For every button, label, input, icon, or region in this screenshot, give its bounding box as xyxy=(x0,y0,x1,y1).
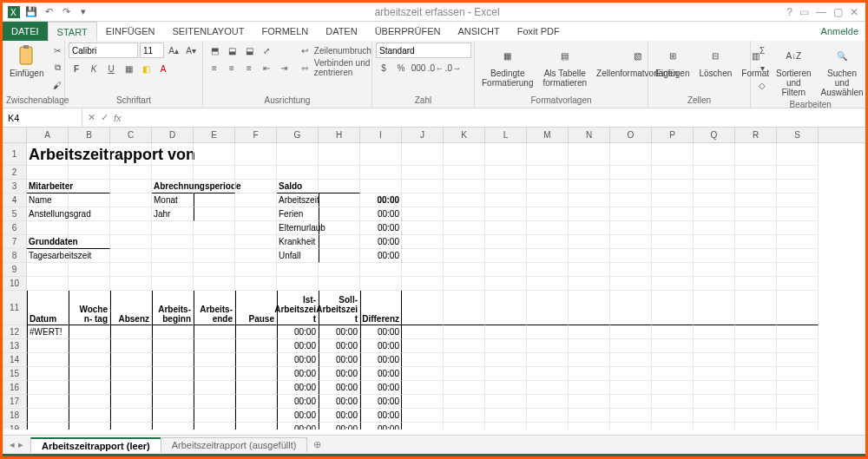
column-header[interactable]: D xyxy=(152,128,194,142)
cell[interactable] xyxy=(194,207,235,221)
column-header[interactable]: J xyxy=(402,128,444,142)
cell[interactable] xyxy=(235,423,277,429)
cell[interactable] xyxy=(277,263,319,277)
cell[interactable] xyxy=(527,395,569,409)
cell[interactable] xyxy=(152,325,194,339)
cell[interactable] xyxy=(735,395,777,409)
row-header[interactable]: 10 xyxy=(3,277,27,291)
cell[interactable] xyxy=(485,193,527,207)
cell[interactable]: Abrechnungsperiode xyxy=(152,180,194,193)
cell[interactable] xyxy=(194,353,235,367)
cell[interactable] xyxy=(444,381,485,395)
cell[interactable]: Monat xyxy=(152,193,194,207)
cell[interactable] xyxy=(69,263,110,277)
font-name-select[interactable]: Calibri xyxy=(69,43,138,58)
cell[interactable] xyxy=(735,263,777,277)
column-header[interactable]: C xyxy=(110,128,152,142)
percent-icon[interactable]: % xyxy=(393,60,409,75)
cell[interactable] xyxy=(110,409,152,423)
column-header[interactable]: O xyxy=(610,128,652,142)
row-header[interactable]: 14 xyxy=(3,353,27,367)
cell[interactable] xyxy=(235,353,277,367)
column-header[interactable]: I xyxy=(360,128,402,142)
font-size-select[interactable]: 11 xyxy=(140,43,164,58)
cell[interactable] xyxy=(569,423,610,429)
cell[interactable] xyxy=(735,291,777,325)
cell[interactable]: Anstellungsgrad xyxy=(27,207,69,221)
cell[interactable] xyxy=(235,277,277,291)
cell[interactable]: Tagesarbeitszeit xyxy=(27,249,69,263)
copy-icon[interactable]: ⧉ xyxy=(49,60,65,75)
cell[interactable] xyxy=(402,193,444,207)
cell[interactable] xyxy=(694,263,735,277)
cell[interactable] xyxy=(235,263,277,277)
cell[interactable] xyxy=(735,339,777,353)
cell[interactable] xyxy=(27,339,69,353)
cell[interactable] xyxy=(652,277,694,291)
cell[interactable] xyxy=(777,409,819,423)
cell[interactable] xyxy=(27,221,69,235)
cell[interactable] xyxy=(569,409,610,423)
format-as-table-button[interactable]: ▤Als Tabelle formatieren xyxy=(539,43,590,89)
cell[interactable] xyxy=(694,180,735,193)
cell[interactable] xyxy=(485,339,527,353)
cell[interactable] xyxy=(652,291,694,325)
cell[interactable]: Ferien xyxy=(277,207,319,221)
cell[interactable] xyxy=(110,277,152,291)
row-header[interactable]: 4 xyxy=(3,193,27,207)
cell[interactable] xyxy=(69,353,110,367)
cell[interactable] xyxy=(360,277,402,291)
cell[interactable] xyxy=(444,325,485,339)
cell[interactable] xyxy=(69,193,110,207)
cell[interactable] xyxy=(610,263,652,277)
cell[interactable] xyxy=(194,277,235,291)
decrease-font-icon[interactable]: A▾ xyxy=(183,43,199,58)
cell[interactable] xyxy=(110,381,152,395)
cell[interactable]: Arbeits- beginn xyxy=(152,291,194,325)
row-header[interactable]: 2 xyxy=(3,166,27,180)
cell[interactable] xyxy=(152,395,194,409)
cell[interactable] xyxy=(777,291,819,325)
select-all-corner[interactable] xyxy=(3,128,27,142)
add-sheet-icon[interactable]: ⊕ xyxy=(306,439,328,450)
column-header[interactable]: F xyxy=(235,128,277,142)
cell[interactable] xyxy=(110,353,152,367)
cell[interactable] xyxy=(402,409,444,423)
cell[interactable] xyxy=(485,409,527,423)
cell[interactable] xyxy=(777,423,819,429)
column-header[interactable]: P xyxy=(652,128,694,142)
cell[interactable]: 00:00 xyxy=(277,325,319,339)
underline-icon[interactable]: U xyxy=(103,61,119,76)
cell[interactable] xyxy=(610,291,652,325)
cell[interactable] xyxy=(444,291,485,325)
cell[interactable] xyxy=(777,367,819,381)
cell[interactable] xyxy=(527,166,569,180)
cell[interactable] xyxy=(527,381,569,395)
comma-icon[interactable]: 000 xyxy=(411,60,426,75)
tab-pagelayout[interactable]: SEITENLAYOUT xyxy=(163,22,253,41)
cell[interactable] xyxy=(277,143,319,166)
row-header[interactable]: 19 xyxy=(3,423,27,429)
cell[interactable] xyxy=(694,249,735,263)
tab-formulas[interactable]: FORMELN xyxy=(253,22,317,41)
cell[interactable] xyxy=(319,277,360,291)
cell[interactable] xyxy=(694,353,735,367)
cell[interactable] xyxy=(360,263,402,277)
qat-menu-icon[interactable]: ▾ xyxy=(77,6,89,18)
cell[interactable] xyxy=(27,166,69,180)
cell[interactable] xyxy=(110,367,152,381)
cut-icon[interactable]: ✂ xyxy=(49,43,65,58)
cell[interactable] xyxy=(569,221,610,235)
format-painter-icon[interactable]: 🖌 xyxy=(49,77,65,93)
cell[interactable] xyxy=(402,235,444,249)
cell[interactable] xyxy=(569,143,610,166)
cell[interactable]: 00:00 xyxy=(277,381,319,395)
fill-color-icon[interactable]: ◧ xyxy=(138,61,154,76)
cell[interactable] xyxy=(110,180,152,193)
cell[interactable]: Saldo xyxy=(277,180,319,193)
cell[interactable] xyxy=(444,221,485,235)
cell[interactable] xyxy=(27,367,69,381)
cell[interactable] xyxy=(27,409,69,423)
cell[interactable] xyxy=(319,249,360,263)
cell[interactable] xyxy=(69,180,110,193)
